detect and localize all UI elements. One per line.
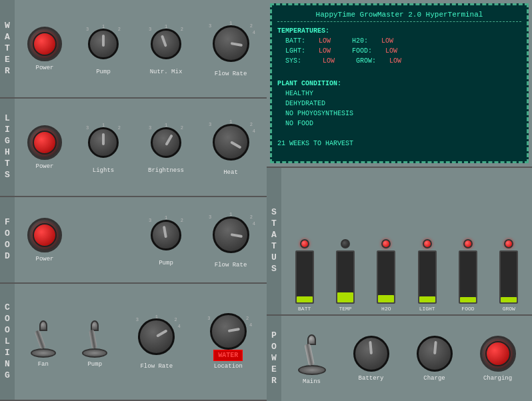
cooling-section: COOLING Fan	[0, 284, 267, 401]
meter-h2o: H2O	[377, 239, 395, 312]
meter-batt: BATT	[295, 239, 314, 312]
water-pump-container: 1 2 3 Pump	[82, 23, 125, 75]
lights-power-container: Power	[27, 125, 62, 170]
meter-grow-label: GROW	[503, 306, 515, 312]
power-mains-label: Mains	[303, 378, 321, 385]
meter-light-led	[423, 239, 432, 248]
lights-brightness-label: Brightness	[148, 167, 184, 174]
meter-h2o-led	[381, 239, 391, 248]
left-panel: WATER Power 1 2 3	[0, 0, 267, 401]
term-condition-2: NO PHOYOSYNTHESIS	[277, 109, 521, 119]
water-power-label: Power	[35, 65, 53, 71]
power-battery-knob[interactable]	[353, 336, 389, 372]
meter-food-led	[463, 239, 473, 248]
term-row-sys-grow: SYS: LOW GROW: LOW	[277, 56, 521, 66]
status-section: STATUS BATT TEMP	[267, 167, 532, 314]
meter-food: FOOD	[459, 239, 477, 312]
lights-power-led	[33, 131, 57, 155]
lights-lights-label: Lights	[93, 167, 114, 174]
lights-brightness-container: 1 2 3 Brightness	[145, 121, 187, 174]
cooling-pump-label: Pump	[87, 361, 102, 368]
food-pump-container: 1 2 3 Pump	[145, 214, 187, 266]
cooling-pump-lever[interactable]	[82, 316, 107, 358]
cooling-location-knob[interactable]	[210, 313, 247, 350]
water-knobs-row: Power 1 2 3 Pump	[15, 15, 267, 83]
term-plant-label: PLANT CONDITION:	[277, 79, 521, 89]
lights-label: LIGHTS	[0, 99, 15, 196]
food-label: FOOD	[0, 197, 15, 282]
term-condition-3: NO FOOD	[277, 119, 521, 129]
term-condition-0: HEALTHY	[277, 89, 521, 99]
status-meters: BATT TEMP H2O	[281, 168, 532, 314]
water-flowrate-knob[interactable]	[213, 25, 249, 62]
power-charge-knob[interactable]	[417, 336, 453, 372]
food-flowrate-label: Flow Rate	[215, 262, 247, 268]
terminal-title: HappyTime GrowMaster 2.0 HyperTerminal	[277, 11, 521, 22]
meter-batt-label: BATT	[298, 306, 311, 312]
water-nutrmix-container: 1 2 3 Nutr. Mix	[145, 23, 187, 75]
meter-grow-bar	[499, 250, 518, 304]
meter-grow-led	[504, 239, 513, 248]
lights-lights-knob[interactable]	[88, 127, 119, 158]
food-flowrate-knob[interactable]	[213, 216, 249, 253]
cooling-pump-container: Pump	[82, 316, 107, 368]
power-mains-container: Mains	[298, 332, 326, 385]
term-row-lght-food: LGHT: LOW FOOD: LOW	[277, 46, 521, 56]
meter-temp-led	[341, 239, 350, 248]
meter-food-bar	[459, 250, 477, 304]
food-knobs-row: Power 1 2 3 Pump	[15, 206, 267, 274]
water-power-button[interactable]	[27, 27, 62, 61]
term-grow-key: GROW:	[348, 56, 376, 66]
cooling-fan-container: Fan	[31, 316, 56, 368]
meter-batt-fill	[297, 296, 313, 302]
water-flowrate-label: Flow Rate	[215, 71, 247, 77]
food-section: FOOD Power 1 2 3	[0, 197, 267, 284]
meter-temp-label: TEMP	[339, 306, 351, 312]
water-power-container: Power	[27, 27, 62, 71]
meter-temp: TEMP	[336, 239, 355, 312]
term-batt-val: LOW	[319, 36, 331, 46]
term-batt-key: BATT:	[277, 36, 305, 46]
term-lght-key: LGHT:	[277, 46, 305, 56]
power-charging-button[interactable]	[480, 336, 516, 372]
water-section: WATER Power 1 2 3	[0, 0, 267, 99]
meter-food-label: FOOD	[461, 306, 474, 312]
water-power-led	[33, 32, 57, 56]
term-food-key: FOOD:	[344, 46, 372, 56]
water-nutrmix-knob[interactable]	[151, 29, 181, 59]
meter-h2o-fill	[378, 295, 394, 302]
terminal-content: TEMPERATURES: BATT: LOW H20: LOW LGHT: L…	[277, 26, 521, 149]
food-pump-knob[interactable]	[151, 220, 181, 250]
food-power-led	[33, 223, 57, 247]
lights-heat-container: 1 2 3 4 Heat	[207, 119, 254, 176]
water-pump-label: Pump	[96, 69, 111, 75]
power-section: POWER Mains Battery	[267, 314, 532, 401]
status-label: STATUS	[267, 168, 281, 314]
food-power-button[interactable]	[27, 218, 62, 252]
term-sys-val: LOW	[323, 56, 335, 66]
food-power-label: Power	[35, 256, 53, 262]
water-label: WATER	[0, 0, 15, 97]
food-pump-label: Pump	[159, 260, 173, 266]
meter-grow: GROW	[499, 239, 518, 312]
lights-heat-knob[interactable]	[213, 124, 249, 161]
meter-temp-fill	[337, 292, 353, 302]
term-sys-key: SYS:	[277, 56, 309, 66]
term-condition-1: DEHYDRATED	[277, 99, 521, 109]
cooling-flowrate-knob[interactable]	[138, 318, 175, 355]
water-pump-knob[interactable]	[88, 29, 119, 59]
power-mains-lever[interactable]	[298, 332, 326, 375]
power-charge-container: Charge	[417, 336, 453, 382]
term-h2o-key: H20:	[344, 36, 368, 46]
cooling-location-label: Location	[214, 363, 243, 370]
cooling-fan-lever[interactable]	[31, 316, 56, 358]
term-h2o-val: LOW	[381, 36, 393, 46]
food-flowrate-container: 1 2 3 4 Flow Rate	[207, 212, 254, 268]
meter-food-fill	[460, 297, 476, 302]
term-temps-label: TEMPERATURES:	[277, 26, 521, 36]
term-grow-val: LOW	[389, 56, 401, 66]
terminal: HappyTime GrowMaster 2.0 HyperTerminal T…	[270, 3, 529, 163]
cooling-label: COOLING	[0, 284, 15, 400]
lights-power-button[interactable]	[27, 125, 62, 160]
lights-brightness-knob[interactable]	[151, 127, 181, 158]
